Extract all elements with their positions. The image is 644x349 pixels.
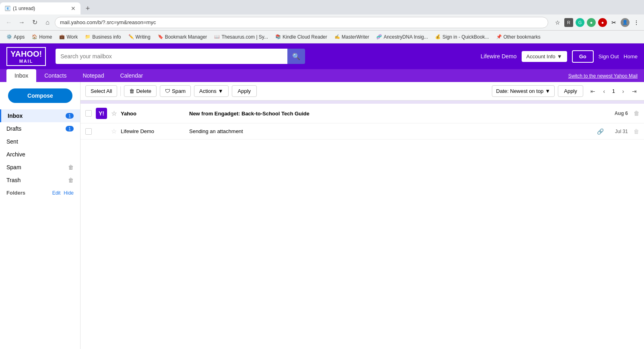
sidebar-item-drafts[interactable]: Drafts 1 bbox=[0, 122, 80, 135]
email-list: Y! ☆ Yahoo New from Engadget: Back-to-Sc… bbox=[80, 104, 644, 349]
folders-hide-button[interactable]: Hide bbox=[64, 190, 74, 196]
apply-button-2[interactable]: Apply bbox=[558, 85, 583, 97]
sidebar-item-sent[interactable]: Sent bbox=[0, 135, 80, 148]
trash-delete-icon[interactable]: 🗑 bbox=[68, 177, 74, 183]
email-checkbox-1[interactable] bbox=[85, 110, 92, 117]
email-row-1[interactable]: Y! ☆ Yahoo New from Engadget: Back-to-Sc… bbox=[80, 104, 644, 123]
kindle-icon: 📚 bbox=[275, 34, 281, 39]
ancestry-icon: 🧬 bbox=[376, 34, 382, 39]
masterwriter-icon: ✍️ bbox=[334, 34, 340, 39]
bookmark-kindle[interactable]: 📚 Kindle Cloud Reader bbox=[272, 33, 330, 41]
business-icon: 📁 bbox=[85, 34, 91, 39]
bookmark-manager-label: Bookmark Manager bbox=[165, 34, 207, 40]
sidebar-item-inbox[interactable]: Inbox 1 bbox=[0, 109, 80, 122]
actions-dropdown[interactable]: Actions ▼ bbox=[194, 85, 229, 97]
bookmark-writing[interactable]: ✏️ Writing bbox=[125, 33, 154, 41]
bookmark-masterwriter-label: MasterWriter bbox=[342, 34, 369, 40]
select-all-button[interactable]: Select All bbox=[85, 85, 117, 97]
work-bm-icon: 💼 bbox=[59, 34, 65, 39]
email-checkbox-2[interactable] bbox=[85, 128, 92, 135]
sidebar-item-spam[interactable]: Spam 🗑 bbox=[0, 161, 80, 174]
bookmark-ancestry[interactable]: 🧬 AncestryDNA Insig... bbox=[373, 33, 431, 41]
pagination: ⇤ ‹ 1 › ⇥ bbox=[588, 86, 639, 96]
address-bar[interactable] bbox=[55, 17, 548, 28]
sort-arrow: ▼ bbox=[545, 88, 550, 94]
forward-button[interactable]: → bbox=[16, 17, 27, 28]
page-next-button[interactable]: › bbox=[618, 86, 628, 96]
bookmark-apps-label: Apps bbox=[14, 34, 25, 40]
tab-bar: 📧 (1 unread) ✕ + bbox=[0, 0, 644, 14]
back-button[interactable]: ← bbox=[3, 17, 14, 28]
sender-2: Lifewire Demo bbox=[121, 128, 185, 134]
extension-icon-grammarly[interactable]: G bbox=[576, 18, 584, 27]
user-name: Lifewire Demo bbox=[481, 53, 516, 60]
bookmark-thesaurus[interactable]: 📖 Thesaurus.com | Sy... bbox=[211, 33, 271, 41]
bookmark-apps[interactable]: ⚙️ Apps bbox=[3, 33, 28, 41]
bookmark-quickbooks[interactable]: 💰 Sign in - QuickBook... bbox=[432, 33, 492, 41]
drafts-badge: 1 bbox=[66, 126, 74, 131]
date-1: Aug 6 bbox=[608, 111, 628, 116]
spam-shield-icon: 🛡 bbox=[165, 88, 170, 94]
go-button[interactable]: Go bbox=[572, 50, 594, 63]
yahoo-logo-text: YAHOO! bbox=[10, 49, 42, 58]
bookmark-home[interactable]: 🏠 Home bbox=[29, 33, 55, 41]
bookmark-other[interactable]: 📌 Other bookmarks bbox=[493, 33, 544, 41]
extension-icon-user[interactable]: 👤 bbox=[621, 18, 630, 27]
spam-delete-icon[interactable]: 🗑 bbox=[68, 164, 74, 170]
selection-bar bbox=[80, 101, 644, 104]
extensions-button[interactable]: ⋮ bbox=[632, 18, 641, 27]
search-input[interactable] bbox=[56, 49, 287, 64]
page-prev-button[interactable]: ‹ bbox=[599, 86, 609, 96]
refresh-button[interactable]: ↻ bbox=[29, 17, 40, 28]
email-row-2[interactable]: ☆ Lifewire Demo Sending an attachment 🔗 … bbox=[80, 123, 644, 140]
thesaurus-icon: 📖 bbox=[214, 34, 220, 39]
bookmark-bookmark-manager[interactable]: 🔖 Bookmark Manager bbox=[155, 33, 211, 41]
page-next-next-button[interactable]: ⇥ bbox=[630, 86, 639, 96]
delete-label: Delete bbox=[136, 88, 151, 94]
extension-icon-green[interactable]: ● bbox=[587, 18, 596, 27]
header-right: Lifewire Demo Account Info ▼ Go Sign Out… bbox=[481, 50, 638, 63]
tab-contacts[interactable]: Contacts bbox=[36, 69, 74, 82]
quickbooks-icon: 💰 bbox=[435, 34, 441, 39]
tab-inbox[interactable]: Inbox bbox=[6, 69, 36, 82]
home-browser-button[interactable]: ⌂ bbox=[42, 17, 53, 28]
folders-edit-button[interactable]: Edit bbox=[52, 190, 61, 196]
delete-button[interactable]: 🗑 Delete bbox=[124, 85, 157, 97]
compose-button[interactable]: Compose bbox=[8, 88, 72, 103]
bookmark-work[interactable]: 💼 Work bbox=[56, 33, 81, 41]
sidebar-item-trash[interactable]: Trash 🗑 bbox=[0, 174, 80, 187]
new-tab-button[interactable]: + bbox=[82, 3, 93, 14]
toolbar: Select All 🗑 Delete 🛡 Spam Actions ▼ App… bbox=[80, 82, 644, 101]
extension-icon-1[interactable]: R bbox=[564, 18, 573, 27]
extension-icon-scissors[interactable]: ✂ bbox=[609, 18, 618, 27]
account-info-label: Account Info bbox=[526, 53, 555, 60]
sidebar-trash-label: Trash bbox=[6, 177, 68, 183]
header-home-button[interactable]: Home bbox=[623, 53, 638, 60]
sidebar-item-archive[interactable]: Archive bbox=[0, 148, 80, 161]
tab-notepad[interactable]: Notepad bbox=[75, 69, 112, 82]
sidebar-spam-label: Spam bbox=[6, 164, 68, 170]
folders-section: Folders Edit Hide bbox=[0, 187, 80, 199]
star-icon-2[interactable]: ☆ bbox=[111, 127, 117, 135]
switch-notice[interactable]: Switch to the newest Yahoo Mail bbox=[568, 73, 638, 79]
extension-icon-red[interactable]: ● bbox=[598, 18, 607, 27]
sidebar-archive-label: Archive bbox=[6, 151, 74, 158]
close-tab-button[interactable]: ✕ bbox=[71, 5, 76, 12]
page-prev-prev-button[interactable]: ⇤ bbox=[588, 86, 598, 96]
bookmark-masterwriter[interactable]: ✍️ MasterWriter bbox=[331, 33, 372, 41]
star-browser-icon[interactable]: ☆ bbox=[553, 18, 562, 27]
bookmark-business-info[interactable]: 📁 Business info bbox=[82, 33, 124, 41]
inbox-badge: 1 bbox=[66, 113, 74, 119]
account-info-button[interactable]: Account Info ▼ bbox=[522, 51, 567, 62]
apply-button-1[interactable]: Apply bbox=[232, 85, 257, 97]
search-button[interactable]: 🔍 bbox=[287, 49, 305, 64]
apps-icon: ⚙️ bbox=[6, 34, 12, 39]
tab-calendar[interactable]: Calendar bbox=[112, 69, 151, 82]
email-delete-2[interactable]: 🗑 bbox=[634, 128, 639, 135]
email-delete-1[interactable]: 🗑 bbox=[634, 110, 639, 117]
spam-button[interactable]: 🛡 Spam bbox=[160, 85, 191, 97]
star-icon-1[interactable]: ☆ bbox=[111, 110, 117, 117]
active-tab[interactable]: 📧 (1 unread) ✕ bbox=[0, 2, 80, 14]
sign-out-button[interactable]: Sign Out bbox=[599, 53, 619, 60]
sort-dropdown[interactable]: Date: Newest on top ▼ bbox=[492, 85, 555, 97]
